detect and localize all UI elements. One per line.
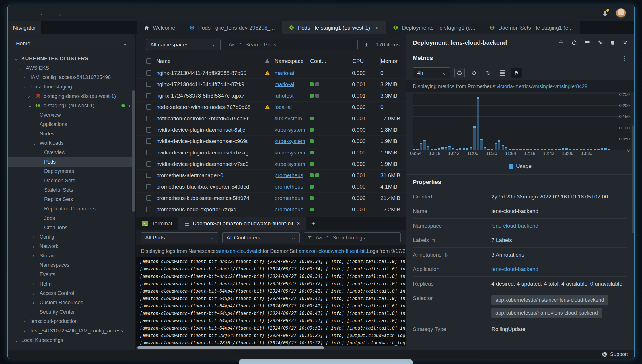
pods-filter-select[interactable]: All Pods ⌄ [141, 232, 218, 243]
sidebar-item-events[interactable]: Events [8, 270, 135, 279]
sidebar-item-storage[interactable]: ›Storage [8, 251, 135, 260]
sidebar-item-cron-jobs[interactable]: Cron Jobs [8, 223, 135, 232]
flag-icon[interactable]: ⚑ [511, 68, 522, 78]
chevron-right-icon[interactable]: › [33, 310, 40, 315]
info-link[interactable]: vmsingle-vmsingle:8429 [532, 84, 587, 90]
sidebar-item-namespaces[interactable]: Namespaces [8, 260, 135, 270]
regex-icon[interactable]: .* [238, 42, 241, 47]
property-value[interactable]: lens-cloud-backend [491, 223, 538, 229]
table-row[interactable]: prometheus-kube-state-metrics-5fd974prom… [136, 193, 406, 204]
sidebar-item-lenscloud-production[interactable]: ›lenscloud-production [8, 317, 135, 326]
table-row[interactable]: nvidia-device-plugin-daemonset-dxsxgkube… [136, 147, 406, 158]
user-avatar[interactable] [616, 8, 626, 19]
match-case-icon[interactable]: Aa [316, 235, 322, 241]
tab-pods-gke-lens-dev-298208-[interactable]: ☸Pods - gke_lens-dev-298208_... [182, 21, 282, 34]
close-icon[interactable]: × [376, 25, 379, 31]
sidebar-item-stateful-sets[interactable]: Stateful Sets [8, 185, 135, 195]
delete-trash-icon[interactable] [610, 40, 615, 45]
download-icon[interactable] [363, 42, 369, 48]
row-checkbox[interactable] [146, 150, 151, 155]
chevron-down-icon[interactable]: ⌄ [19, 65, 26, 71]
scope-select[interactable]: Home ⌄ [12, 38, 131, 49]
namespace-link[interactable]: mario-ai [275, 81, 294, 87]
namespace-link[interactable]: mario-ai [275, 70, 294, 76]
row-checkbox[interactable] [146, 70, 151, 76]
sidebar-item-replica-sets[interactable]: Replica Sets [8, 195, 135, 204]
namespace-select[interactable]: All namespaces ⌄ [146, 39, 221, 50]
info-link[interactable]: amazon-cloudwatch-fluent-bit. [299, 248, 367, 254]
sidebar-item-test-841310725496-iam-config-access[interactable]: ›test_841310725496_IAM_config_access [8, 326, 135, 336]
namespace-link[interactable]: kube-system [275, 150, 305, 156]
sidebar-item-deployments[interactable]: Deployments [8, 167, 135, 176]
row-checkbox[interactable] [146, 82, 151, 87]
chevron-down-icon[interactable]: ⌄ [33, 140, 40, 146]
sidebar-item-jobs[interactable]: Jobs [8, 214, 135, 223]
row-checkbox[interactable] [146, 104, 151, 110]
logs-search-input[interactable] [332, 235, 397, 241]
chevron-right-icon[interactable]: › [33, 235, 40, 240]
table-row[interactable]: prometheus-blackbox-exporter-549dcdprome… [136, 181, 406, 193]
chevron-right-icon[interactable]: › [33, 253, 40, 258]
column-memory[interactable]: Memor [380, 57, 406, 65]
time-range-select[interactable]: 4h ⌄ [413, 67, 450, 78]
row-checkbox[interactable] [146, 138, 151, 144]
sidebar-item-iam-config-access-841310725496[interactable]: ›IAM_config_access-841310725496 [8, 73, 135, 82]
sort-updown-icon[interactable]: ⇅ [483, 68, 493, 78]
sidebar-item-lc-staging1-eu-west-1-[interactable]: ⌄☸lc-staging1 (eu-west-1)› [8, 101, 135, 110]
close-icon[interactable]: ✕ [623, 39, 627, 46]
namespace-link[interactable]: prometheus [275, 172, 303, 178]
sidebar-item-helm[interactable]: ›Helm [8, 279, 135, 289]
tab-daemon-sets-lc-staging1-e-[interactable]: ☸Daemon Sets - lc-staging1 (e... [482, 21, 580, 34]
match-case-icon[interactable]: Aa [229, 42, 235, 47]
chevron-down-icon[interactable]: ⌄ [24, 84, 30, 90]
log-output[interactable]: [amazon-cloudwatch-fluent-bit-dhdc2/flue… [136, 257, 406, 346]
chevron-right-icon[interactable]: › [33, 300, 40, 305]
sidebar-item-kubernetes-clusters[interactable]: ⌄KUBERNETES CLUSTERS [8, 54, 135, 63]
containers-filter-select[interactable]: All Containers ⌄ [222, 232, 300, 243]
tab-pods-lc-staging1-eu-west-1-[interactable]: ☸Pods - lc-staging1 (eu-west-1)× [282, 21, 386, 34]
sidebar-item-network[interactable]: ›Network [8, 242, 135, 251]
notifications-bell-icon[interactable] [602, 10, 608, 16]
sidebar-item-lc-staging-demo-k8s-eu-west-1-[interactable]: ›☸lc-staging-demo-k8s (eu-west-1) [8, 92, 135, 101]
column-warnings[interactable] [260, 57, 275, 65]
sidebar-item-workloads[interactable]: ⌄Workloads [8, 138, 135, 148]
table-row[interactable]: nginx-1721304411-84d4ff7d4b-87tk9mario-a… [136, 79, 406, 90]
sidebar-item-pods[interactable]: Pods [8, 157, 135, 167]
forward-button[interactable]: → [55, 10, 62, 17]
sidebar-item-config[interactable]: ›Config [8, 232, 135, 242]
chevron-down-icon[interactable]: ⌄ [15, 338, 21, 343]
select-all-checkbox[interactable] [146, 58, 151, 64]
close-icon[interactable]: × [297, 220, 300, 227]
table-row[interactable]: prometheus-alertmanager-0prometheus0.001… [136, 170, 406, 181]
tab-welcome[interactable]: Welcome [137, 21, 182, 34]
row-checkbox[interactable] [146, 161, 151, 167]
chevron-right-icon[interactable]: › [24, 319, 30, 324]
logs-horizontal-scrollbar[interactable] [136, 346, 406, 350]
namespace-link[interactable]: kube-system [275, 127, 305, 133]
edit-pencil-icon[interactable]: ✎ [598, 39, 602, 46]
stacked-series-icon[interactable] [497, 68, 507, 78]
table-row[interactable]: notification-controller-7bfbfd6479-cbl5r… [136, 113, 406, 124]
cpu-metric-button[interactable] [454, 68, 465, 78]
column-name[interactable]: Name [156, 58, 260, 64]
info-link[interactable]: victoria-metrics [497, 84, 531, 90]
namespace-link[interactable]: kube-system [275, 138, 305, 144]
column-cpu[interactable]: CPU [352, 57, 380, 65]
detail-scrollbar[interactable] [632, 125, 634, 233]
support-link[interactable]: Support [610, 351, 628, 357]
row-checkbox[interactable] [146, 207, 151, 212]
chevron-right-icon[interactable]: › [33, 291, 40, 296]
row-checkbox[interactable] [146, 184, 151, 189]
table-row[interactable]: nvidia-device-plugin-daemonset-8sljckube… [136, 124, 406, 136]
new-dock-tab-button[interactable]: + [306, 217, 320, 230]
sidebar-item-access-control[interactable]: ›Access Control [8, 289, 135, 298]
row-checkbox[interactable] [146, 93, 151, 98]
refresh-icon[interactable] [571, 40, 577, 46]
kebab-menu-icon[interactable]: ⋮ [622, 55, 627, 61]
sidebar-item-replication-controllers[interactable]: Replication Controllers [8, 204, 135, 214]
chevron-down-icon[interactable]: ⌄ [15, 56, 21, 61]
table-row[interactable]: nginx-1721304411-74df86f588-87p55mario-a… [136, 67, 406, 79]
chevron-right-icon[interactable]: › [33, 244, 40, 249]
sort-arrows-icon[interactable]: ⇅ [432, 238, 435, 243]
chevron-right-icon[interactable]: › [129, 103, 130, 108]
